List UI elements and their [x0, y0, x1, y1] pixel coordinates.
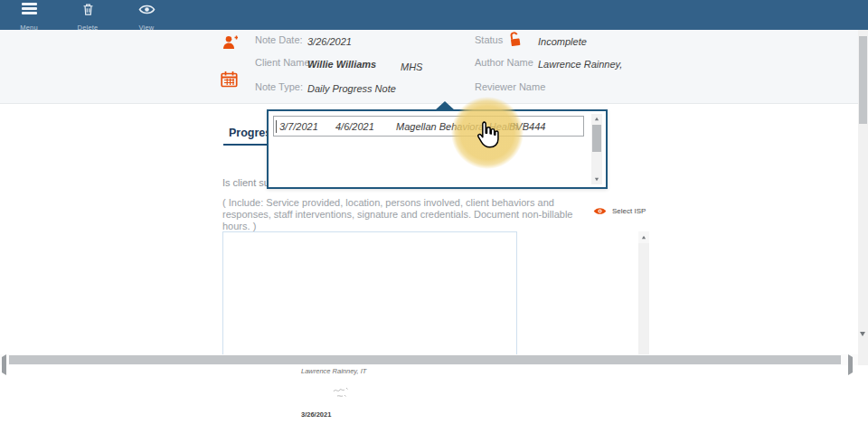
instructions-line: responses, staff interventions, signatur… — [222, 209, 572, 221]
signature-name: Lawrence Rainney, IT — [301, 367, 366, 375]
client-program-value: MHS — [401, 61, 422, 72]
eye-icon — [123, 3, 170, 15]
scrollbar-corner — [858, 354, 868, 365]
scroll-down-icon — [595, 178, 599, 182]
author-name-label: Author Name — [475, 57, 533, 68]
view-button-label: View — [139, 24, 155, 32]
eye-icon — [592, 206, 608, 216]
add-client-icon[interactable] — [222, 34, 238, 53]
horizontal-scrollbar-thumb[interactable] — [9, 355, 841, 364]
signature-date: 3/26/2021 — [301, 410, 331, 419]
instructions-line: ( Include: Service provided, location, p… — [222, 197, 572, 209]
select-isp-label: Select ISP — [612, 207, 646, 215]
view-button[interactable]: View — [123, 3, 170, 33]
suicide-question-label: Is client sui — [222, 177, 271, 188]
client-name-label: Client Name: — [255, 57, 313, 68]
client-name-value: Willie Williams — [307, 59, 376, 70]
sra-end-date: 4/6/2021 — [335, 121, 374, 132]
menu-button-label: Menu — [20, 24, 38, 32]
scroll-right-icon[interactable] — [848, 357, 853, 373]
note-textarea[interactable] — [222, 231, 517, 365]
popup-arrow — [435, 101, 455, 110]
note-instructions: ( Include: Service provided, location, p… — [222, 197, 572, 231]
delete-button-label: Delete — [78, 24, 99, 32]
menu-button[interactable]: Menu — [5, 3, 52, 33]
sra-period-popup: 3/7/2021 4/6/2021 Magellan Behavioral He… — [267, 109, 608, 189]
hand-cursor-icon — [473, 118, 504, 155]
signature-scribble — [331, 384, 356, 406]
scroll-up-button[interactable] — [638, 231, 649, 243]
menu-icon — [22, 3, 37, 15]
trash-icon — [64, 3, 111, 15]
text-cursor — [276, 120, 277, 133]
popup-scrollbar[interactable] — [591, 114, 602, 184]
scroll-left-icon[interactable] — [2, 357, 6, 373]
toolbar: Menu Delete View — [0, 0, 868, 30]
note-type-value: Daily Progress Note — [307, 83, 396, 94]
select-isp-link[interactable]: Select ISP — [592, 203, 646, 220]
form-scrollbar[interactable] — [638, 231, 649, 354]
reviewer-name-label: Reviewer Name — [475, 81, 545, 92]
vertical-scrollbar-thumb[interactable] — [859, 36, 867, 124]
note-date-value: 3/26/2021 — [307, 36, 352, 47]
scroll-up-icon — [642, 236, 646, 240]
sra-start-date: 3/7/2021 — [279, 121, 318, 132]
scroll-up-icon — [595, 118, 599, 121]
calendar-icon[interactable] — [221, 71, 238, 91]
popup-scrollbar-thumb[interactable] — [592, 125, 601, 152]
delete-button[interactable]: Delete — [64, 3, 111, 33]
status-value: Incomplete — [538, 36, 587, 47]
page-horizontal-scrollbar[interactable] — [0, 354, 858, 365]
instructions-line: hours. ) — [222, 221, 572, 232]
scroll-down-icon[interactable] — [860, 336, 865, 353]
lock-open-icon — [507, 31, 524, 52]
progress-note-window: Menu Delete View — [0, 0, 868, 424]
popup-scroll-down-button[interactable] — [591, 174, 602, 184]
popup-scroll-up-button[interactable] — [591, 114, 602, 124]
sra-period-row[interactable]: 3/7/2021 4/6/2021 Magellan Behavioral He… — [273, 116, 584, 137]
note-type-label: Note Type: — [255, 81, 303, 92]
author-name-value: Lawrence Rainney, — [538, 59, 622, 70]
page-vertical-scrollbar[interactable] — [858, 30, 868, 354]
note-date-label: Note Date: — [255, 34, 303, 45]
note-header: Note Date: 3/26/2021 Client Name: Willie… — [0, 30, 858, 104]
status-label: Status — [475, 34, 503, 45]
